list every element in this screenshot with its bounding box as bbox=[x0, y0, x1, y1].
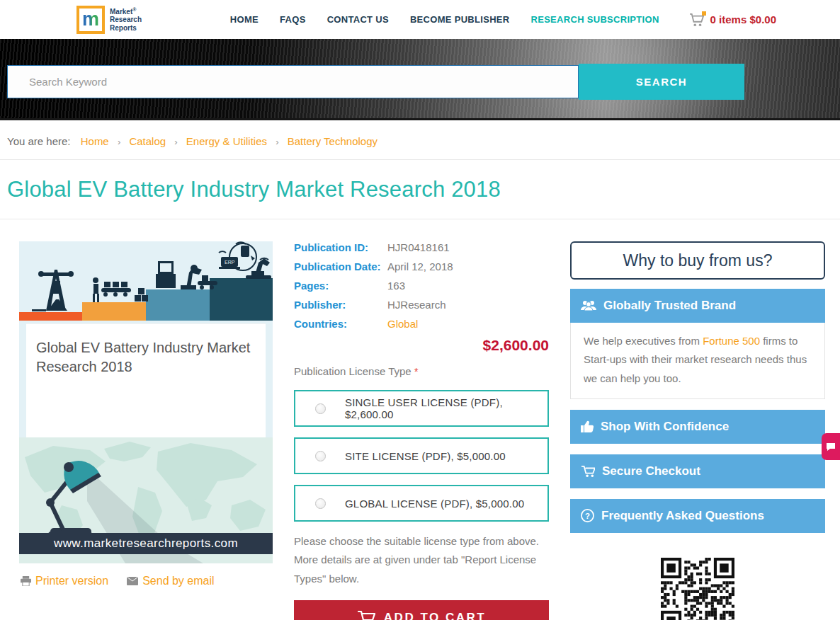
site-logo[interactable]: m Market® Research Reports bbox=[76, 6, 142, 34]
search-button[interactable]: SEARCH bbox=[579, 64, 744, 100]
thumbs-up-icon bbox=[581, 420, 594, 432]
panel-secure-checkout[interactable]: Secure Checkout bbox=[570, 454, 825, 488]
license-radio[interactable] bbox=[315, 451, 326, 461]
globally-trusted-body: We help executives from Fortune 500 firm… bbox=[570, 323, 825, 399]
product-brand-image: www.marketresearchreports.com bbox=[19, 437, 273, 563]
detail-value: April 12, 2018 bbox=[387, 260, 453, 272]
nav-faqs[interactable]: FAQS bbox=[280, 14, 306, 25]
nav-become-publisher[interactable]: BECOME PUBLISHER bbox=[410, 14, 510, 25]
panel-label: Shop With Confidence bbox=[601, 420, 729, 434]
panel-shop-with-confidence[interactable]: Shop With Confidence bbox=[570, 410, 825, 444]
send-by-email-link[interactable]: Send by email bbox=[127, 575, 214, 587]
shopping-cart-icon bbox=[689, 13, 705, 27]
fortune-500-link[interactable]: Fortune 500 bbox=[703, 335, 760, 347]
detail-value: HJR0418161 bbox=[387, 241, 450, 253]
product-cover-image: ERP Global EV Battery Industry Market Re… bbox=[19, 241, 273, 437]
license-option-single-user[interactable]: SINGLE USER LICENSE (PDF), $2,600.00 bbox=[294, 390, 549, 427]
breadcrumb-link-catalog[interactable]: Catalog bbox=[129, 135, 166, 147]
registered-mark: ® bbox=[132, 7, 136, 12]
breadcrumb-separator: › bbox=[174, 137, 177, 147]
main-content: ERP Global EV Battery Industry Market Re… bbox=[0, 219, 840, 620]
product-action-links: Printer version Send by email bbox=[21, 575, 273, 587]
detail-label: Countries: bbox=[294, 318, 387, 330]
product-price: $2,600.00 bbox=[294, 337, 549, 354]
license-radio[interactable] bbox=[315, 498, 326, 509]
panel-label: Secure Checkout bbox=[602, 464, 700, 478]
nav-home[interactable]: HOME bbox=[230, 14, 259, 25]
chat-widget-button[interactable] bbox=[822, 433, 840, 460]
globally-trusted-group: Globally Trusted Brand We help executive… bbox=[570, 289, 825, 399]
detail-row-publication-id: Publication ID: HJR0418161 bbox=[294, 241, 549, 253]
license-option-label: SINGLE USER LICENSE (PDF), $2,600.00 bbox=[345, 396, 547, 420]
product-cover-caption: Global EV Battery Industry Market Resear… bbox=[26, 323, 266, 440]
detail-label: Publication ID: bbox=[294, 241, 387, 253]
printer-version-label: Printer version bbox=[35, 575, 108, 587]
detail-value: 163 bbox=[387, 280, 405, 292]
add-to-cart-button[interactable]: ADD TO CART bbox=[294, 600, 549, 620]
detail-row-publisher: Publisher: HJResearch bbox=[294, 299, 549, 311]
panel-globally-trusted-brand[interactable]: Globally Trusted Brand bbox=[570, 289, 825, 323]
breadcrumb-prefix: You are here: bbox=[7, 135, 71, 147]
breadcrumb-separator: › bbox=[276, 137, 278, 147]
svg-text:?: ? bbox=[585, 512, 590, 520]
product-image-column: ERP Global EV Battery Industry Market Re… bbox=[19, 241, 273, 620]
detail-row-publication-date: Publication Date: April 12, 2018 bbox=[294, 260, 549, 272]
license-option-site[interactable]: SITE LICENSE (PDF), $5,000.00 bbox=[294, 437, 549, 474]
trusted-body-text: We help executives from bbox=[584, 335, 703, 347]
breadcrumb-separator: › bbox=[118, 137, 120, 147]
detail-value: HJResearch bbox=[387, 299, 446, 311]
printer-version-link[interactable]: Printer version bbox=[21, 575, 108, 587]
cart-count-text: 0 items $0.00 bbox=[710, 13, 776, 25]
page-title: Global EV Battery Industry Market Resear… bbox=[7, 177, 840, 202]
license-option-label: GLOBAL LICENSE (PDF), $5,000.00 bbox=[345, 498, 524, 510]
question-circle-icon: ? bbox=[581, 509, 594, 522]
search-banner: SEARCH bbox=[0, 39, 840, 120]
why-buy-title: Why to buy from us? bbox=[570, 241, 825, 280]
logo-letter: m bbox=[82, 10, 99, 29]
nav-contact-us[interactable]: CONTACT US bbox=[327, 14, 389, 25]
breadcrumb-link-battery-technology[interactable]: Battery Technology bbox=[288, 135, 378, 147]
industry-illustration: ERP bbox=[19, 241, 273, 321]
license-type-label: Publication License Type * bbox=[294, 365, 549, 377]
send-by-email-label: Send by email bbox=[142, 575, 214, 587]
breadcrumb: You are here: Home › Catalog › Energy & … bbox=[0, 120, 840, 160]
printer-icon bbox=[21, 576, 31, 586]
top-header: m Market® Research Reports HOME FAQS CON… bbox=[0, 0, 840, 39]
svg-text:ERP: ERP bbox=[225, 260, 235, 265]
search-input[interactable] bbox=[7, 65, 579, 98]
add-to-cart-cart-icon bbox=[357, 610, 375, 620]
email-icon bbox=[127, 577, 138, 585]
logo-line3: Reports bbox=[110, 24, 142, 33]
panel-faq[interactable]: ? Frequently Asked Questions bbox=[570, 499, 825, 533]
main-nav: HOME FAQS CONTACT US BECOME PUBLISHER RE… bbox=[230, 14, 659, 25]
countries-global-link[interactable]: Global bbox=[387, 318, 418, 330]
license-radio[interactable] bbox=[315, 403, 326, 414]
qr-code-wrap bbox=[570, 558, 825, 620]
secure-cart-icon bbox=[581, 465, 595, 478]
breadcrumb-link-home[interactable]: Home bbox=[81, 135, 109, 147]
detail-row-pages: Pages: 163 bbox=[294, 280, 549, 292]
header-cart[interactable]: 0 items $0.00 bbox=[689, 13, 776, 27]
image-url-bar: www.marketresearchreports.com bbox=[19, 533, 273, 554]
license-type-label-text: Publication License Type bbox=[294, 365, 412, 377]
logo-mark-icon: m bbox=[76, 6, 105, 34]
logo-text: Market® Research Reports bbox=[110, 7, 142, 33]
detail-label: Publication Date: bbox=[294, 260, 387, 272]
people-group-icon bbox=[581, 300, 596, 311]
panel-label: Frequently Asked Questions bbox=[601, 509, 764, 523]
breadcrumb-link-energy-utilities[interactable]: Energy & Utilities bbox=[186, 135, 267, 147]
search-bar: SEARCH bbox=[7, 65, 744, 100]
detail-row-countries: Countries: Global bbox=[294, 318, 549, 330]
chat-bubble-icon bbox=[826, 442, 836, 452]
detail-label: Pages: bbox=[294, 280, 387, 292]
license-note: Please choose the suitable license type … bbox=[294, 532, 549, 588]
add-to-cart-label: ADD TO CART bbox=[384, 611, 486, 620]
logo-line2: Research bbox=[110, 16, 142, 24]
nav-research-subscription[interactable]: RESEARCH SUBSCRIPTION bbox=[530, 14, 659, 25]
why-buy-sidebar: Why to buy from us? Globally Trusted Bra… bbox=[570, 241, 825, 620]
qr-code bbox=[661, 558, 734, 620]
license-option-global[interactable]: GLOBAL LICENSE (PDF), $5,000.00 bbox=[294, 485, 549, 522]
product-details-column: Publication ID: HJR0418161 Publication D… bbox=[294, 241, 549, 620]
cart-badge bbox=[702, 11, 706, 16]
detail-label: Publisher: bbox=[294, 299, 387, 311]
